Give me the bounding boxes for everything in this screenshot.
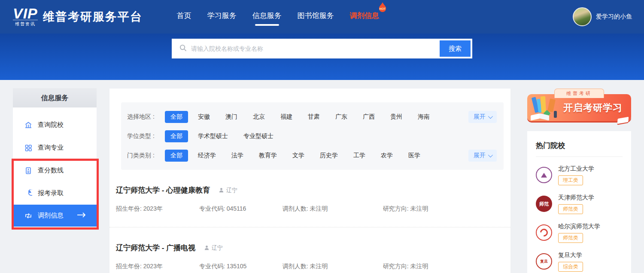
filter-chip[interactable]: 医学 bbox=[403, 150, 426, 162]
field-research-direction: 研究方向: 未注明 bbox=[383, 263, 428, 270]
filter-options: 全部 安徽 澳门 北京 福建 甘肃 广东 广西 贵州 海南 展开 bbox=[165, 111, 497, 123]
search-field bbox=[173, 40, 440, 57]
arrow-right-icon bbox=[77, 212, 86, 219]
school-icon bbox=[24, 121, 32, 129]
university-name: 复旦大学 bbox=[558, 252, 583, 259]
university-row[interactable]: 北方工业大学 理工类 bbox=[536, 164, 623, 186]
filter-row-category: 门类类别 : 全部 经济学 法学 教育学 文学 历史学 工学 农学 医学 展开 bbox=[127, 150, 497, 162]
svg-text:HOT: HOT bbox=[379, 7, 386, 10]
sidebar-item-query-major[interactable]: 查询专业 bbox=[13, 136, 97, 159]
user-avatar bbox=[573, 7, 592, 26]
filter-label: 学位类型 : bbox=[127, 132, 165, 140]
filter-chip[interactable]: 农学 bbox=[375, 150, 398, 162]
sidebar-item-label: 查询院校 bbox=[38, 121, 64, 129]
result-list: 辽宁师范大学 - 心理健康教育 辽宁 招生年份: 2023年 专业代码: 045… bbox=[109, 170, 510, 273]
person-pin-icon bbox=[219, 187, 224, 193]
transfer-icon bbox=[24, 212, 32, 220]
flame-icon: HOT bbox=[377, 1, 389, 13]
result-item: 辽宁师范大学 - 广播电视 辽宁 招生年份: 2023年 专业代码: 13510… bbox=[109, 227, 510, 273]
university-row[interactable]: 复旦 复旦大学 综合类 bbox=[536, 251, 623, 272]
field-year: 招生年份: 2023年 bbox=[116, 205, 197, 213]
filter-chip[interactable]: 北京 bbox=[247, 111, 270, 123]
nav-adjustment-label: 调剂信息 bbox=[350, 12, 379, 20]
university-name: 北方工业大学 bbox=[558, 165, 594, 173]
location-label: 辽宁 bbox=[212, 244, 223, 252]
filter-chip[interactable]: 学术型硕士 bbox=[192, 130, 234, 142]
result-fields: 招生年份: 2023年 专业代码: 045116 调剂人数: 未注明 研究方向:… bbox=[116, 205, 509, 213]
filter-chip[interactable]: 广东 bbox=[330, 111, 353, 123]
search-bar: 搜索 bbox=[172, 39, 472, 58]
filter-chip[interactable]: 海南 bbox=[412, 111, 435, 123]
filter-row-degree: 学位类型 : 全部 学术型硕士 专业型硕士 bbox=[127, 130, 497, 142]
filter-chip[interactable]: 贵州 bbox=[385, 111, 408, 123]
filter-chip[interactable]: 全部 bbox=[165, 150, 188, 162]
sidebar-item-label: 报考录取 bbox=[38, 189, 64, 197]
filter-chip[interactable]: 教育学 bbox=[253, 150, 283, 162]
site-logo[interactable]: VIP 维普资讯 维普考研服务平台 bbox=[13, 7, 143, 27]
university-logo bbox=[536, 224, 552, 241]
filter-chip[interactable]: 工学 bbox=[348, 150, 371, 162]
filter-chip[interactable]: 文学 bbox=[287, 150, 310, 162]
filter-chip[interactable]: 经济学 bbox=[192, 150, 222, 162]
nav-item-study[interactable]: 学习服务 bbox=[207, 8, 237, 26]
filter-chip[interactable]: 甘肃 bbox=[302, 111, 325, 123]
filter-options: 全部 经济学 法学 教育学 文学 历史学 工学 农学 医学 展开 bbox=[165, 150, 497, 162]
filter-chip[interactable]: 安徽 bbox=[192, 111, 216, 123]
university-category-tag: 综合类 bbox=[558, 262, 583, 272]
nav-item-info[interactable]: 信息服务 bbox=[252, 8, 283, 26]
nav-item-adjustment[interactable]: 调剂信息 HOT bbox=[349, 8, 380, 26]
filter-row-region: 选择地区 : 全部 安徽 澳门 北京 福建 甘肃 广东 广西 贵州 海南 展开 bbox=[127, 111, 497, 123]
filter-options: 全部 学术型硕士 专业型硕士 bbox=[165, 130, 497, 142]
banner-tab: 维普考研 bbox=[554, 89, 604, 98]
chevron-down-icon bbox=[488, 153, 493, 157]
user-name: 爱学习的小鱼 bbox=[596, 13, 632, 21]
university-row[interactable]: 师范 天津师范大学 师范类 bbox=[536, 193, 623, 215]
sidebar-item-query-scoreline[interactable]: 查分数线 bbox=[13, 159, 97, 182]
page: VIP 维普资讯 维普考研服务平台 首页 学习服务 信息服务 图书馆服务 调剂信… bbox=[0, 0, 644, 273]
filter-panel: 选择地区 : 全部 安徽 澳门 北京 福建 甘肃 广东 广西 贵州 海南 展开 bbox=[121, 102, 504, 170]
person-pin-icon bbox=[204, 245, 210, 251]
grid-icon bbox=[24, 144, 32, 152]
filter-chip[interactable]: 法学 bbox=[226, 150, 249, 162]
sidebar-item-query-school[interactable]: 查询院校 bbox=[13, 113, 97, 136]
search-button[interactable]: 搜索 bbox=[440, 40, 471, 57]
expand-label: 展开 bbox=[474, 113, 486, 121]
filter-label: 门类类别 : bbox=[127, 152, 165, 160]
result-fields: 招生年份: 2023年 专业代码: 135105 调剂人数: 未注明 研究方向:… bbox=[116, 263, 509, 270]
result-title[interactable]: 辽宁师范大学 - 广播电视 bbox=[116, 243, 195, 253]
result-location: 辽宁 bbox=[219, 187, 237, 194]
filter-chip[interactable]: 福建 bbox=[275, 111, 298, 123]
hot-universities-title: 热门院校 bbox=[536, 131, 623, 157]
nav-item-home[interactable]: 首页 bbox=[176, 8, 192, 26]
result-item: 辽宁师范大学 - 心理健康教育 辽宁 招生年份: 2023年 专业代码: 045… bbox=[109, 170, 510, 227]
main-content: 选择地区 : 全部 安徽 澳门 北京 福建 甘肃 广东 广西 贵州 海南 展开 bbox=[109, 89, 510, 273]
field-research-direction: 研究方向: 未注明 bbox=[383, 205, 428, 213]
vip-logo-icon: VIP 维普资讯 bbox=[13, 7, 38, 27]
field-year: 招生年份: 2023年 bbox=[116, 263, 197, 270]
filter-chip[interactable]: 全部 bbox=[165, 111, 188, 123]
expand-button[interactable]: 展开 bbox=[468, 111, 497, 123]
university-logo: 复旦 bbox=[536, 253, 552, 270]
main-nav: 首页 学习服务 信息服务 图书馆服务 调剂信息 HOT bbox=[176, 8, 380, 26]
filter-chip[interactable]: 澳门 bbox=[220, 111, 243, 123]
banner-body: 开启考研学习 bbox=[527, 94, 631, 121]
sidebar-item-label: 查分数线 bbox=[38, 166, 64, 175]
field-major-code: 专业代码: 135105 bbox=[199, 263, 281, 270]
expand-button[interactable]: 展开 bbox=[468, 150, 497, 162]
nav-item-library[interactable]: 图书馆服务 bbox=[297, 8, 335, 26]
study-banner[interactable]: 维普考研 开启考研学习 bbox=[527, 89, 631, 121]
sidebar-item-admission[interactable]: 报考录取 bbox=[13, 182, 97, 205]
filter-chip[interactable]: 历史学 bbox=[314, 150, 343, 162]
field-adjust-count: 调剂人数: 未注明 bbox=[283, 263, 381, 270]
university-row[interactable]: 哈尔滨师范大学 师范类 bbox=[536, 222, 623, 243]
user-account[interactable]: 爱学习的小鱼 bbox=[573, 7, 632, 26]
filter-chip[interactable]: 专业型硕士 bbox=[238, 130, 279, 142]
filter-chip[interactable]: 全部 bbox=[165, 130, 188, 142]
search-band: 搜索 bbox=[0, 34, 644, 80]
filter-chip[interactable]: 广西 bbox=[357, 111, 380, 123]
sidebar-item-adjustment-info[interactable]: 调剂信息 bbox=[13, 205, 97, 227]
result-location: 辽宁 bbox=[204, 244, 223, 252]
info-service-sidebar: 信息服务 查询院校 查询专业 bbox=[13, 88, 97, 227]
search-input[interactable] bbox=[191, 45, 440, 52]
result-title[interactable]: 辽宁师范大学 - 心理健康教育 bbox=[116, 185, 210, 195]
